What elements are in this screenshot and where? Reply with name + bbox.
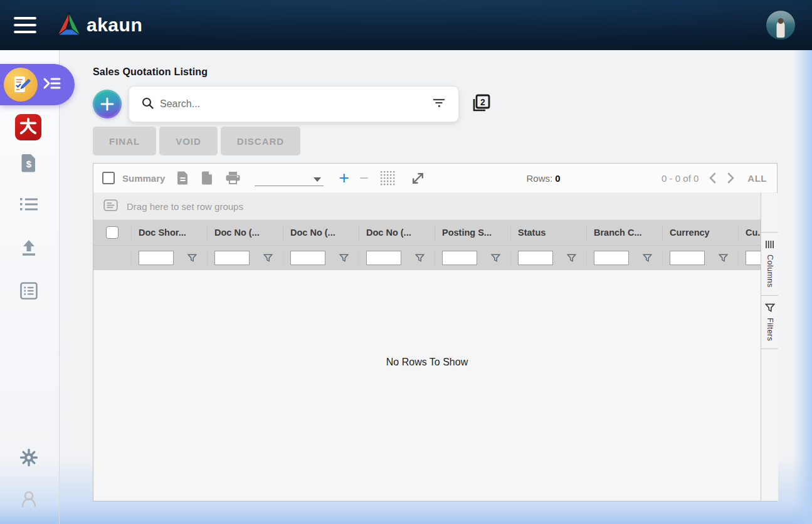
main-content: Sales Quotation Listing	[60, 50, 812, 524]
previous-page-button[interactable]	[709, 172, 717, 184]
duplicate-pages-icon[interactable]: 2	[469, 92, 493, 117]
search-input[interactable]	[160, 98, 432, 110]
select-all-checkbox[interactable]	[106, 226, 119, 239]
empty-rows-message: No Rows To Show	[93, 357, 761, 368]
column-header[interactable]: Branch C...	[586, 225, 662, 240]
list-alt-icon	[19, 281, 38, 303]
summary-checkbox[interactable]	[102, 172, 115, 184]
svg-text:2: 2	[480, 97, 485, 107]
sidebar-item-listing[interactable]	[15, 192, 43, 219]
header-row: Doc Shor... Doc No (... Doc No (... Doc …	[93, 220, 761, 245]
bullet-list-icon	[19, 197, 39, 214]
file-dollar-icon: $	[19, 153, 38, 176]
gear-icon	[19, 448, 38, 469]
column-header[interactable]: Doc No (...	[207, 225, 283, 240]
person-icon	[21, 490, 37, 510]
tab-columns-label: Columns	[766, 254, 774, 288]
brand-name: akaun	[87, 14, 142, 36]
column-filter-input[interactable]	[594, 251, 629, 265]
sidebar-item-account[interactable]	[15, 486, 43, 514]
column-header[interactable]: Currency	[662, 225, 738, 240]
funnel-filter-icon[interactable]	[719, 254, 728, 262]
funnel-filter-icon[interactable]	[339, 254, 349, 262]
topbar: akaun	[0, 0, 812, 50]
search-box	[129, 86, 459, 122]
row-groups-hint: Drag here to set row groups	[127, 201, 243, 212]
grid-toolbar: Summary	[93, 164, 777, 193]
row-groups-dropzone[interactable]: Drag here to set row groups	[93, 193, 761, 220]
blank-file-icon[interactable]	[201, 170, 214, 186]
sidebar-item-settings[interactable]	[15, 445, 43, 473]
tab-filters-label: Filters	[766, 318, 774, 342]
status-button-row: FINAL VOID DISCARD	[93, 127, 812, 155]
column-header[interactable]: Doc Shor...	[131, 225, 207, 240]
page-title: Sales Quotation Listing	[93, 66, 812, 78]
chevron-down-icon	[314, 177, 321, 182]
export-file-text-icon[interactable]	[176, 170, 189, 186]
filter-list-icon[interactable]	[432, 97, 446, 111]
sidebar-item-sales-quotation-active[interactable]	[0, 64, 75, 105]
funnel-filter-icon[interactable]	[263, 254, 273, 262]
pagination-range: 0 - 0 of 0	[662, 173, 699, 184]
filter-row	[93, 245, 761, 270]
sidebar: $	[0, 50, 60, 524]
next-page-button[interactable]	[727, 172, 735, 184]
zoom-in-plus-icon[interactable]: +	[329, 172, 349, 184]
final-button[interactable]: FINAL	[93, 127, 156, 155]
funnel-filter-icon[interactable]	[415, 254, 424, 262]
da-character-icon	[19, 117, 38, 138]
column-header[interactable]: Posting S...	[435, 225, 510, 240]
page-body: $	[0, 50, 812, 524]
funnel-filter-icon[interactable]	[491, 254, 500, 262]
expand-fullscreen-icon[interactable]	[411, 171, 425, 186]
funnel-filter-icon[interactable]	[567, 254, 576, 262]
search-icon	[142, 97, 154, 112]
discard-button[interactable]: DISCARD	[221, 127, 300, 155]
akaun-triangle-icon	[55, 11, 83, 39]
columns-icon	[765, 240, 774, 251]
column-header[interactable]: Doc No (...	[283, 225, 359, 240]
tab-columns[interactable]: Columns	[761, 233, 778, 295]
funnel-filter-icon[interactable]	[643, 254, 652, 262]
grid-main: Drag here to set row groups Doc Shor... …	[93, 193, 761, 501]
brand-logo: akaun	[55, 11, 142, 39]
data-grid: Summary	[93, 163, 778, 501]
add-button[interactable]	[93, 90, 122, 118]
tab-filters[interactable]: Filters	[761, 295, 778, 349]
column-filter-input[interactable]	[442, 251, 477, 265]
column-filter-input[interactable]	[366, 251, 401, 265]
svg-text:$: $	[26, 159, 32, 169]
column-filter-input[interactable]	[518, 251, 553, 265]
funnel-filter-icon[interactable]	[187, 254, 197, 262]
submenu-expand-icon	[43, 76, 61, 93]
sidebar-item-upload[interactable]	[15, 235, 43, 263]
row-group-icon	[103, 199, 118, 213]
sidebar-item-da-app[interactable]	[15, 114, 41, 140]
print-icon[interactable]	[225, 171, 241, 186]
column-header[interactable]: Doc No (...	[359, 225, 435, 240]
summary-label: Summary	[122, 173, 165, 184]
action-row: 2	[93, 86, 812, 122]
zoom-out-minus-icon[interactable]: −	[351, 172, 369, 184]
dotted-grid-icon[interactable]	[380, 170, 396, 186]
column-header[interactable]: Status	[510, 225, 586, 240]
grid-side-panel: Columns Filters	[761, 193, 778, 501]
upload-icon	[20, 239, 38, 259]
column-filter-input[interactable]	[139, 251, 174, 265]
pagination: 0 - 0 of 0 ALL	[662, 172, 768, 184]
document-edit-icon	[4, 68, 38, 102]
column-filter-input[interactable]	[214, 251, 250, 265]
rows-count: Rows:0	[527, 173, 561, 184]
column-filter-input[interactable]	[670, 251, 705, 265]
column-header[interactable]: Cu...	[738, 225, 761, 240]
void-button[interactable]: VOID	[159, 127, 218, 155]
column-filter-input[interactable]	[290, 251, 325, 265]
funnel-filter-icon	[765, 303, 775, 314]
page-size-select[interactable]	[255, 170, 324, 186]
hamburger-menu-icon[interactable]	[14, 17, 36, 33]
user-avatar[interactable]	[766, 10, 796, 40]
column-filter-input[interactable]	[746, 251, 761, 265]
show-all-button[interactable]: ALL	[736, 173, 768, 184]
sidebar-item-list-alt[interactable]	[15, 278, 43, 306]
sidebar-item-sales-doc[interactable]: $	[15, 150, 43, 178]
